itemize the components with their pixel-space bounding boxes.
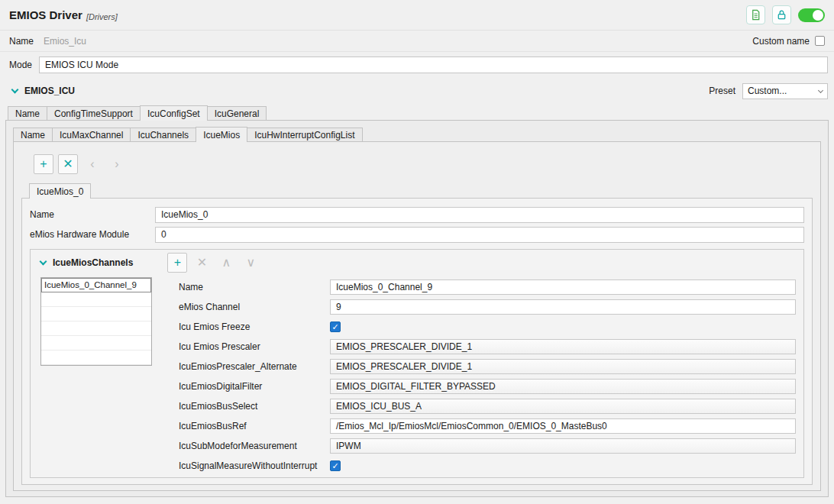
channels-group-body: IcueMios_0_Channel_9 Name IcueMios_0_Cha…: [31, 276, 803, 476]
icuemios-0-panel: Name IcueMios_0 eMios Hardware Module 0 …: [21, 198, 813, 485]
field-label: Icu Emios Freeze: [179, 321, 330, 332]
field-row-digital-filter: IcuEmiosDigitalFilter EMIOS_DIGITAL_FILT…: [179, 376, 796, 396]
enable-toggle[interactable]: [798, 8, 825, 22]
mode-input[interactable]: EMIOS ICU Mode: [39, 57, 828, 73]
channel-remove-button[interactable]: ✕: [192, 253, 212, 273]
section-title: EMIOS_ICU: [24, 86, 75, 96]
field-row-bus-ref: IcuEmiosBusRef /Emios_Mcl_Ip/EmiosMcl/Em…: [179, 416, 796, 436]
channels-group-title: IcueMiosChannels: [53, 257, 133, 268]
icuemioschannels-group: IcueMiosChannels + ✕ ∧ ∨ IcueMios_0_Chan…: [30, 249, 804, 478]
chevron-down-icon: [818, 87, 823, 92]
channel-list-empty-row: [41, 351, 151, 365]
channels-toolbar: + ✕ ∧ ∨: [167, 253, 260, 273]
preset-select[interactable]: Custom...: [742, 83, 828, 99]
field-label: eMios Channel: [179, 302, 330, 312]
icuconfigset-panel: Name IcuMaxChannel IcuChannels IcueMios …: [5, 120, 829, 497]
mode-row: Mode EMIOS ICU Mode: [0, 52, 834, 78]
channel-move-down-button[interactable]: ∨: [241, 253, 260, 273]
inner-tab-icuemios[interactable]: IcueMios: [196, 127, 247, 142]
header-actions: [746, 5, 825, 24]
digital-filter-select[interactable]: EMIOS_DIGITAL_FILTER_BYPASSED: [330, 379, 796, 394]
prescaler-alternate-select[interactable]: EMIOS_PRESCALER_DIVIDE_1: [330, 359, 796, 374]
field-row-prescaler-alternate: IcuEmiosPrescaler_Alternate EMIOS_PRESCA…: [179, 357, 796, 376]
tab-icuconfigset[interactable]: IcuConfigSet: [140, 105, 208, 121]
icu-emios-freeze-checkbox[interactable]: [330, 321, 341, 332]
name-label: Name: [9, 36, 34, 47]
custom-name-checkbox[interactable]: [815, 36, 825, 46]
chevron-down-icon[interactable]: [11, 86, 19, 93]
inner-tab-name[interactable]: Name: [13, 128, 53, 142]
config-tabbar: Name ConfigTimeSupport IcuConfigSet IcuG…: [0, 105, 834, 121]
inner-tab-icuhwinterruptconfiglist[interactable]: IcuHwInterruptConfigList: [247, 128, 362, 142]
signal-measure-without-interrupt-checkbox[interactable]: [330, 460, 341, 471]
field-row-emios-channel: eMios Channel 9: [179, 297, 796, 317]
field-label: IcuSignalMeasureWithoutInterrupt: [179, 460, 330, 471]
field-label: Name: [179, 282, 330, 292]
emios-icu-section-header: EMIOS_ICU Preset Custom...: [0, 81, 834, 101]
submode-for-measurement-select[interactable]: IPWM: [330, 438, 796, 454]
channel-list-item[interactable]: IcueMios_0_Channel_9: [41, 278, 151, 292]
name-value: Emios_Icu: [44, 36, 752, 47]
field-row-bus-select: IcuEmiosBusSelect EMIOS_ICU_BUS_A: [179, 396, 796, 416]
lock-icon: [776, 9, 787, 21]
chevron-down-icon[interactable]: [40, 257, 47, 265]
field-row-icu-emios-prescaler: Icu Emios Prescaler EMIOS_PRESCALER_DIVI…: [179, 337, 796, 357]
field-row-signal-measure: IcuSignalMeasureWithoutInterrupt: [179, 456, 796, 476]
window-header: EMIOS Driver [Drivers]: [0, 0, 834, 31]
tab-name[interactable]: Name: [8, 106, 47, 121]
icuemios-panel: + ✕ ‹ › IcueMios_0 Name IcueMios_0 eMios…: [13, 141, 821, 491]
emios-channel-input[interactable]: 9: [330, 299, 796, 315]
channel-add-button[interactable]: +: [167, 253, 187, 273]
preset-label: Preset: [709, 86, 735, 96]
page-subtitle: [Drivers]: [86, 12, 118, 21]
tab-icugeneral[interactable]: IcuGeneral: [207, 106, 267, 121]
channels-group-header: IcueMiosChannels + ✕ ∧ ∨: [31, 250, 803, 276]
preset-group: Preset Custom...: [709, 83, 828, 99]
add-button[interactable]: +: [34, 154, 53, 174]
field-row-submode: IcuSubModeforMeasurement IPWM: [179, 436, 796, 456]
channel-form: Name IcueMios_0_Channel_9 eMios Channel …: [179, 277, 796, 476]
previous-button[interactable]: ‹: [82, 154, 102, 174]
page-title: EMIOS Driver: [9, 8, 82, 21]
next-button[interactable]: ›: [107, 154, 127, 174]
tab-icuemios-0[interactable]: IcueMios_0: [29, 183, 91, 199]
channel-name-input[interactable]: IcueMios_0_Channel_9: [330, 279, 796, 295]
custom-name-label: Custom name: [752, 36, 810, 47]
channel-list[interactable]: IcueMios_0_Channel_9: [40, 277, 152, 366]
inner-tab-icuchannels[interactable]: IcuChannels: [130, 128, 196, 142]
field-label: IcuEmiosBusSelect: [179, 401, 330, 412]
tab-configtimesupport[interactable]: ConfigTimeSupport: [47, 106, 141, 121]
field-label: IcuEmiosBusRef: [179, 421, 330, 431]
channel-list-empty-row: [41, 336, 151, 351]
field-label: IcuEmiosPrescaler_Alternate: [179, 361, 330, 372]
bus-select[interactable]: EMIOS_ICU_BUS_A: [330, 399, 796, 414]
field-label: eMios Hardware Module: [30, 229, 155, 240]
document-icon: [750, 9, 761, 21]
lock-button[interactable]: [772, 5, 791, 24]
bus-ref-input[interactable]: /Emios_Mcl_Ip/EmiosMcl/EmiosCommon_0/EMI…: [330, 418, 796, 434]
field-row-icu-emios-freeze: Icu Emios Freeze: [179, 317, 796, 337]
field-row-channel-name: Name IcueMios_0_Channel_9: [179, 277, 796, 297]
icuemios-toolbar: + ✕ ‹ ›: [34, 154, 813, 174]
name-row: Name Emios_Icu Custom name: [0, 31, 834, 52]
remove-button[interactable]: ✕: [58, 154, 78, 174]
icuconfigset-tabbar: Name IcuMaxChannel IcuChannels IcueMios …: [13, 127, 821, 142]
field-row-name: Name IcueMios_0: [30, 205, 804, 225]
channel-move-up-button[interactable]: ∧: [216, 253, 236, 273]
mode-label: Mode: [9, 60, 32, 70]
channel-list-empty-row: [41, 321, 151, 336]
field-label: IcuEmiosDigitalFilter: [179, 381, 330, 392]
field-label: IcuSubModeforMeasurement: [179, 441, 330, 451]
icuemios-instance-tabbar: IcueMios_0: [29, 183, 813, 199]
document-button[interactable]: [746, 5, 765, 24]
field-label: Icu Emios Prescaler: [179, 341, 330, 352]
field-label: Name: [30, 209, 155, 220]
channel-list-empty-row: [41, 307, 151, 321]
icu-emios-prescaler-select[interactable]: EMIOS_PRESCALER_DIVIDE_1: [330, 339, 796, 354]
field-row-hw-module: eMios Hardware Module 0: [30, 225, 804, 244]
inner-tab-icumaxchannel[interactable]: IcuMaxChannel: [52, 128, 131, 142]
custom-name-group: Custom name: [752, 36, 825, 47]
emios-hardware-module-input[interactable]: 0: [155, 227, 804, 243]
channel-list-empty-row: [41, 292, 151, 307]
icuemios-name-input[interactable]: IcueMios_0: [155, 207, 804, 223]
